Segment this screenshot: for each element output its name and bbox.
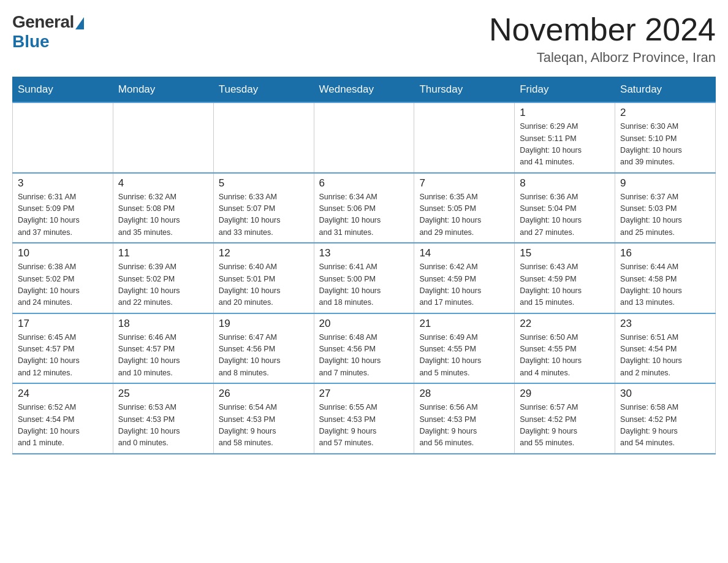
day-info: Sunrise: 6:55 AM Sunset: 4:53 PM Dayligh…	[319, 402, 409, 450]
day-number: 15	[520, 247, 610, 259]
day-info: Sunrise: 6:44 AM Sunset: 4:58 PM Dayligh…	[620, 261, 710, 309]
day-info: Sunrise: 6:37 AM Sunset: 5:03 PM Dayligh…	[620, 191, 710, 239]
calendar-cell: 3Sunrise: 6:31 AM Sunset: 5:09 PM Daylig…	[13, 173, 113, 243]
day-info: Sunrise: 6:42 AM Sunset: 4:59 PM Dayligh…	[419, 261, 509, 309]
calendar-cell: 1Sunrise: 6:29 AM Sunset: 5:11 PM Daylig…	[515, 102, 615, 173]
logo-triangle-icon	[75, 17, 84, 29]
calendar-cell: 14Sunrise: 6:42 AM Sunset: 4:59 PM Dayli…	[414, 243, 515, 313]
calendar-cell: 28Sunrise: 6:56 AM Sunset: 4:53 PM Dayli…	[414, 383, 515, 454]
calendar-cell: 19Sunrise: 6:47 AM Sunset: 4:56 PM Dayli…	[213, 313, 314, 384]
calendar-cell	[314, 102, 414, 173]
calendar-subtitle: Taleqan, Alborz Province, Iran	[489, 50, 716, 66]
weekday-header-monday: Monday	[113, 77, 213, 103]
day-number: 27	[319, 388, 409, 400]
day-info: Sunrise: 6:47 AM Sunset: 4:56 PM Dayligh…	[219, 332, 309, 380]
day-info: Sunrise: 6:33 AM Sunset: 5:07 PM Dayligh…	[219, 191, 309, 239]
weekday-header-thursday: Thursday	[414, 77, 515, 103]
weekday-header-saturday: Saturday	[615, 77, 716, 103]
day-number: 3	[18, 177, 108, 190]
day-info: Sunrise: 6:53 AM Sunset: 4:53 PM Dayligh…	[118, 402, 208, 450]
logo-general-text: General	[12, 12, 74, 32]
day-number: 1	[520, 107, 610, 119]
day-number: 23	[620, 318, 710, 330]
weekday-header-wednesday: Wednesday	[314, 77, 414, 103]
calendar-cell: 8Sunrise: 6:36 AM Sunset: 5:04 PM Daylig…	[515, 173, 615, 243]
day-info: Sunrise: 6:34 AM Sunset: 5:06 PM Dayligh…	[319, 191, 409, 239]
calendar-cell: 15Sunrise: 6:43 AM Sunset: 4:59 PM Dayli…	[515, 243, 615, 313]
day-number: 25	[118, 388, 208, 400]
calendar-cell: 21Sunrise: 6:49 AM Sunset: 4:55 PM Dayli…	[414, 313, 515, 384]
calendar-cell: 5Sunrise: 6:33 AM Sunset: 5:07 PM Daylig…	[213, 173, 314, 243]
calendar-cell	[213, 102, 314, 173]
calendar-cell: 10Sunrise: 6:38 AM Sunset: 5:02 PM Dayli…	[13, 243, 113, 313]
calendar-cell: 7Sunrise: 6:35 AM Sunset: 5:05 PM Daylig…	[414, 173, 515, 243]
calendar-week-row: 24Sunrise: 6:52 AM Sunset: 4:54 PM Dayli…	[13, 383, 716, 454]
calendar-cell: 9Sunrise: 6:37 AM Sunset: 5:03 PM Daylig…	[615, 173, 716, 243]
weekday-header-friday: Friday	[515, 77, 615, 103]
calendar-table: SundayMondayTuesdayWednesdayThursdayFrid…	[12, 77, 716, 454]
day-info: Sunrise: 6:35 AM Sunset: 5:05 PM Dayligh…	[419, 191, 509, 239]
day-number: 13	[319, 247, 409, 259]
calendar-cell: 13Sunrise: 6:41 AM Sunset: 5:00 PM Dayli…	[314, 243, 414, 313]
day-number: 10	[18, 247, 108, 259]
calendar-title: November 2024	[489, 12, 716, 47]
day-number: 2	[620, 107, 710, 119]
day-number: 20	[319, 318, 409, 330]
calendar-cell: 27Sunrise: 6:55 AM Sunset: 4:53 PM Dayli…	[314, 383, 414, 454]
day-number: 4	[118, 177, 208, 190]
day-info: Sunrise: 6:52 AM Sunset: 4:54 PM Dayligh…	[18, 402, 108, 450]
day-info: Sunrise: 6:32 AM Sunset: 5:08 PM Dayligh…	[118, 191, 208, 239]
calendar-cell: 4Sunrise: 6:32 AM Sunset: 5:08 PM Daylig…	[113, 173, 213, 243]
calendar-week-row: 3Sunrise: 6:31 AM Sunset: 5:09 PM Daylig…	[13, 173, 716, 243]
day-info: Sunrise: 6:51 AM Sunset: 4:54 PM Dayligh…	[620, 332, 710, 380]
day-number: 8	[520, 177, 610, 190]
weekday-header-tuesday: Tuesday	[213, 77, 314, 103]
day-number: 7	[419, 177, 509, 190]
day-number: 5	[219, 177, 309, 190]
weekday-header-sunday: Sunday	[13, 77, 113, 103]
day-number: 22	[520, 318, 610, 330]
calendar-cell: 12Sunrise: 6:40 AM Sunset: 5:01 PM Dayli…	[213, 243, 314, 313]
day-info: Sunrise: 6:30 AM Sunset: 5:10 PM Dayligh…	[620, 121, 710, 169]
day-number: 9	[620, 177, 710, 190]
calendar-week-row: 17Sunrise: 6:45 AM Sunset: 4:57 PM Dayli…	[13, 313, 716, 384]
day-info: Sunrise: 6:58 AM Sunset: 4:52 PM Dayligh…	[620, 402, 710, 450]
day-number: 16	[620, 247, 710, 259]
day-info: Sunrise: 6:43 AM Sunset: 4:59 PM Dayligh…	[520, 261, 610, 309]
day-number: 18	[118, 318, 208, 330]
calendar-cell: 6Sunrise: 6:34 AM Sunset: 5:06 PM Daylig…	[314, 173, 414, 243]
day-info: Sunrise: 6:56 AM Sunset: 4:53 PM Dayligh…	[419, 402, 509, 450]
day-info: Sunrise: 6:40 AM Sunset: 5:01 PM Dayligh…	[219, 261, 309, 309]
calendar-header-row: SundayMondayTuesdayWednesdayThursdayFrid…	[13, 77, 716, 103]
day-number: 21	[419, 318, 509, 330]
calendar-cell: 23Sunrise: 6:51 AM Sunset: 4:54 PM Dayli…	[615, 313, 716, 384]
day-info: Sunrise: 6:48 AM Sunset: 4:56 PM Dayligh…	[319, 332, 409, 380]
calendar-cell: 22Sunrise: 6:50 AM Sunset: 4:55 PM Dayli…	[515, 313, 615, 384]
calendar-cell: 18Sunrise: 6:46 AM Sunset: 4:57 PM Dayli…	[113, 313, 213, 384]
calendar-cell: 24Sunrise: 6:52 AM Sunset: 4:54 PM Dayli…	[13, 383, 113, 454]
calendar-cell: 17Sunrise: 6:45 AM Sunset: 4:57 PM Dayli…	[13, 313, 113, 384]
day-number: 19	[219, 318, 309, 330]
day-number: 12	[219, 247, 309, 259]
day-info: Sunrise: 6:41 AM Sunset: 5:00 PM Dayligh…	[319, 261, 409, 309]
title-section: November 2024 Taleqan, Alborz Province, …	[489, 12, 716, 66]
day-number: 14	[419, 247, 509, 259]
day-number: 28	[419, 388, 509, 400]
calendar-cell: 30Sunrise: 6:58 AM Sunset: 4:52 PM Dayli…	[615, 383, 716, 454]
calendar-cell: 29Sunrise: 6:57 AM Sunset: 4:52 PM Dayli…	[515, 383, 615, 454]
day-info: Sunrise: 6:57 AM Sunset: 4:52 PM Dayligh…	[520, 402, 610, 450]
calendar-cell: 11Sunrise: 6:39 AM Sunset: 5:02 PM Dayli…	[113, 243, 213, 313]
day-info: Sunrise: 6:49 AM Sunset: 4:55 PM Dayligh…	[419, 332, 509, 380]
day-number: 6	[319, 177, 409, 190]
calendar-week-row: 10Sunrise: 6:38 AM Sunset: 5:02 PM Dayli…	[13, 243, 716, 313]
day-info: Sunrise: 6:46 AM Sunset: 4:57 PM Dayligh…	[118, 332, 208, 380]
page-header: General Blue November 2024 Taleqan, Albo…	[12, 12, 716, 66]
day-info: Sunrise: 6:31 AM Sunset: 5:09 PM Dayligh…	[18, 191, 108, 239]
day-number: 17	[18, 318, 108, 330]
day-number: 26	[219, 388, 309, 400]
day-info: Sunrise: 6:45 AM Sunset: 4:57 PM Dayligh…	[18, 332, 108, 380]
calendar-cell: 2Sunrise: 6:30 AM Sunset: 5:10 PM Daylig…	[615, 102, 716, 173]
day-number: 30	[620, 388, 710, 400]
day-info: Sunrise: 6:29 AM Sunset: 5:11 PM Dayligh…	[520, 121, 610, 169]
calendar-week-row: 1Sunrise: 6:29 AM Sunset: 5:11 PM Daylig…	[13, 102, 716, 173]
